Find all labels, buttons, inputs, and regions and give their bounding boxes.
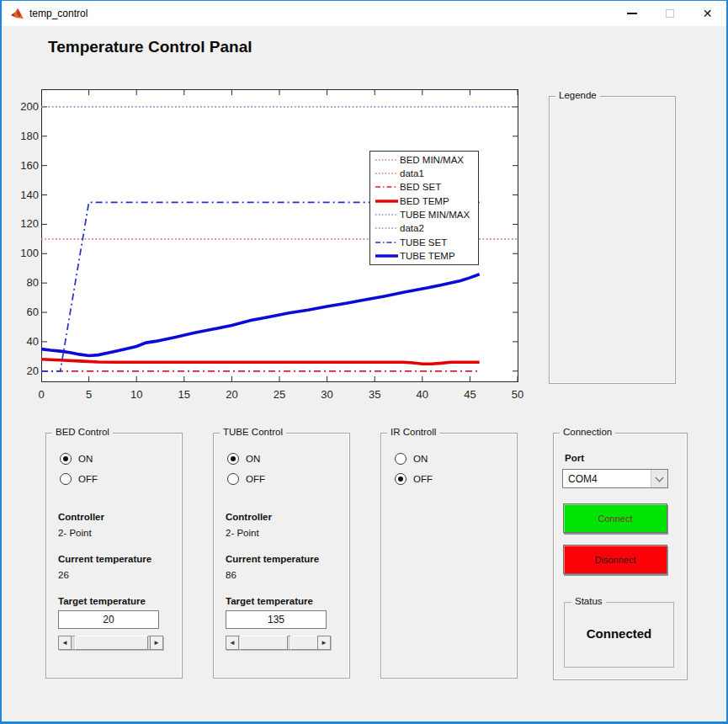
x-tick-label: 40 xyxy=(406,388,439,401)
radio-icon xyxy=(395,453,407,465)
y-tick-label: 20 xyxy=(3,365,39,377)
radio-icon xyxy=(227,473,239,485)
minimize-icon xyxy=(627,13,637,14)
y-tick-label: 80 xyxy=(3,276,39,289)
legend-entry: TUBE TEMP xyxy=(374,250,478,263)
bed-panel-title: BED Control xyxy=(52,427,113,437)
tube-on-label: ON xyxy=(246,454,260,464)
bed-current-temp-value: 26 xyxy=(58,570,69,580)
ir-control-panel: IR Controll ON OFF xyxy=(380,433,518,679)
disconnect-button-label: Disonnect xyxy=(595,555,636,565)
tube-on-radio[interactable]: ON xyxy=(227,453,260,465)
tube-off-radio[interactable]: OFF xyxy=(227,473,265,485)
maximize-button[interactable] xyxy=(651,1,688,26)
legend-label: BED TEMP xyxy=(400,196,449,206)
tube-target-temp-input[interactable] xyxy=(226,610,327,629)
tube-off-label: OFF xyxy=(246,474,265,484)
bed-target-slider[interactable]: ◄ ► xyxy=(58,636,163,650)
app-window: temp_control ✕ Temperature Control Panal… xyxy=(0,0,728,724)
legend-entry: TUBE SET xyxy=(374,236,478,248)
legend-line-sample xyxy=(374,251,400,261)
port-label: Port xyxy=(565,453,584,463)
close-icon: ✕ xyxy=(703,8,713,19)
slider-left-arrow-icon[interactable]: ◄ xyxy=(58,636,72,650)
connect-button[interactable]: Connect xyxy=(563,503,667,533)
bed-current-temp-label: Current temperature xyxy=(58,554,151,564)
x-tick-label: 25 xyxy=(263,388,296,401)
plot-legend: BED MIN/MAXdata1BED SETBED TEMPTUBE MIN/… xyxy=(369,151,479,265)
y-tick-label: 60 xyxy=(3,306,39,318)
legende-panel: Legende xyxy=(549,96,676,384)
slider-right-arrow-icon[interactable]: ► xyxy=(317,636,331,650)
y-tick-label: 100 xyxy=(3,247,39,259)
slider-thumb[interactable] xyxy=(75,636,148,650)
legende-panel-title: Legende xyxy=(555,90,600,100)
slider-thumb[interactable] xyxy=(290,636,318,650)
status-value: Connected xyxy=(565,626,673,641)
legend-label: TUBE TEMP xyxy=(400,251,455,261)
status-panel-title: Status xyxy=(571,596,606,606)
connect-button-label: Connect xyxy=(598,514,633,524)
ir-off-radio[interactable]: OFF xyxy=(395,473,433,485)
minimize-button[interactable] xyxy=(613,1,651,26)
tube-control-panel: TUBE Control ON OFF Controller 2- Point … xyxy=(213,433,350,679)
radio-icon xyxy=(395,473,407,485)
legend-line-sample xyxy=(374,223,400,233)
x-tick-label: 5 xyxy=(72,388,106,401)
tube-target-slider[interactable]: ◄ ► xyxy=(226,636,331,650)
x-tick-label: 20 xyxy=(215,388,248,401)
y-tick-label: 180 xyxy=(3,130,39,142)
bed-controller-value: 2- Point xyxy=(58,528,92,538)
legend-label: data2 xyxy=(400,223,424,233)
slider-right-arrow-icon[interactable]: ► xyxy=(150,636,163,650)
legend-entry: BED SET xyxy=(374,181,478,194)
matlab-icon xyxy=(10,7,24,20)
tube-target-temp-label: Target temperature xyxy=(226,596,313,606)
ir-on-radio[interactable]: ON xyxy=(395,453,428,465)
y-tick-label: 40 xyxy=(3,335,39,348)
y-tick-label: 160 xyxy=(3,159,39,172)
ir-on-label: ON xyxy=(413,454,428,464)
radio-icon xyxy=(60,473,72,485)
close-button[interactable]: ✕ xyxy=(688,1,726,26)
legend-line-sample xyxy=(374,168,400,178)
legend-entry: data2 xyxy=(374,222,478,235)
bed-off-radio[interactable]: OFF xyxy=(60,473,98,485)
legend-entry: BED TEMP xyxy=(374,194,478,207)
slider-left-arrow-icon[interactable]: ◄ xyxy=(226,636,239,650)
bed-target-temp-label: Target temperature xyxy=(58,596,146,606)
legend-entry: BED MIN/MAX xyxy=(374,153,478,166)
bed-target-temp-input[interactable] xyxy=(58,610,159,629)
slider-track-segment[interactable] xyxy=(240,636,288,650)
bed-control-panel: BED Control ON OFF Controller 2- Point C… xyxy=(45,433,183,679)
tube-current-temp-value: 86 xyxy=(226,570,236,580)
legend-label: TUBE SET xyxy=(400,237,447,248)
legend-line-sample xyxy=(374,196,400,206)
legend-label: TUBE MIN/MAX xyxy=(400,210,470,220)
legend-line-sample xyxy=(374,155,400,165)
connection-panel: Connection Port COM4 Connect Disonnect S… xyxy=(553,433,688,680)
status-panel: Status Connected xyxy=(564,602,674,668)
bed-off-label: OFF xyxy=(78,474,98,484)
legend-label: data1 xyxy=(400,168,424,178)
dropdown-button[interactable] xyxy=(651,470,667,487)
y-tick-label: 120 xyxy=(3,217,39,230)
radio-icon xyxy=(60,453,72,465)
connection-panel-title: Connection xyxy=(560,427,615,437)
x-tick-label: 0 xyxy=(24,388,58,401)
page-title: Temperature Control Panal xyxy=(48,38,252,56)
legend-line-sample xyxy=(374,237,400,248)
tube-controller-label: Controller xyxy=(226,512,272,522)
legend-label: BED SET xyxy=(400,182,441,192)
x-tick-label: 15 xyxy=(167,388,201,401)
legend-line-sample xyxy=(374,182,400,192)
chevron-down-icon xyxy=(656,473,664,482)
radio-icon xyxy=(227,453,239,465)
port-dropdown[interactable]: COM4 xyxy=(562,469,668,488)
bed-on-radio[interactable]: ON xyxy=(60,453,93,465)
legend-line-sample xyxy=(374,210,400,220)
legend-entry: TUBE MIN/MAX xyxy=(374,209,478,221)
bed-on-label: ON xyxy=(78,454,93,464)
disconnect-button[interactable]: Disonnect xyxy=(563,545,667,574)
x-tick-label: 50 xyxy=(501,388,534,401)
